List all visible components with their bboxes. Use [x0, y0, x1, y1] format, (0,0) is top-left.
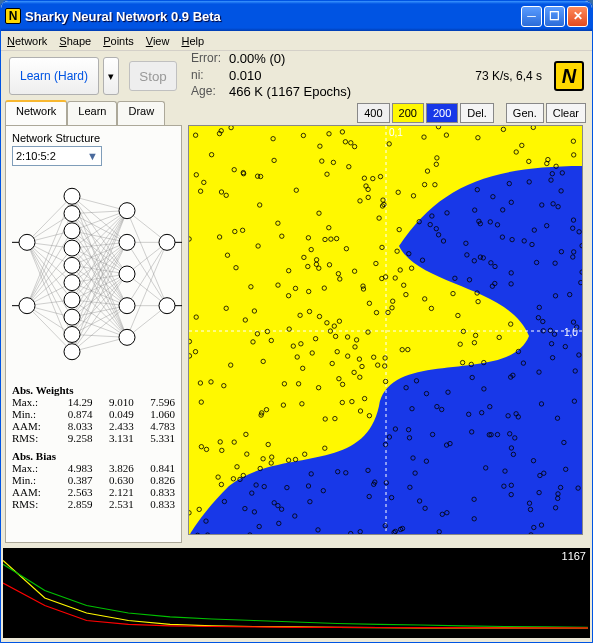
- svg-point-88: [64, 223, 80, 239]
- toolbar: Learn (Hard) ▾ Stop Error:0.00% (0) ni:0…: [1, 51, 592, 101]
- performance-text: 73 K/s, 6,4 s: [475, 69, 542, 83]
- structure-label: Network Structure: [12, 132, 175, 144]
- chevron-down-icon: ▾: [108, 70, 114, 83]
- tab-network[interactable]: Network: [5, 100, 67, 125]
- svg-line-20: [72, 196, 127, 210]
- network-diagram: [12, 174, 182, 374]
- stop-button[interactable]: Stop: [129, 61, 177, 91]
- svg-point-278: [195, 533, 199, 535]
- abs-bias-header: Abs. Bias: [12, 450, 175, 462]
- svg-point-90: [64, 257, 80, 273]
- logo-icon: N: [554, 61, 584, 91]
- visualization-canvas[interactable]: 0,11,0: [188, 125, 583, 535]
- learn-dropdown-button[interactable]: ▾: [103, 57, 119, 95]
- svg-line-50: [72, 211, 127, 300]
- svg-line-52: [72, 274, 127, 300]
- right-panel: 400 200 200 Del. Gen. Clear 0,11,0: [186, 101, 592, 546]
- left-panel: Network Learn Draw Network Structure 2:1…: [1, 101, 186, 546]
- svg-line-57: [72, 274, 127, 317]
- viz-toolbar: 400 200 200 Del. Gen. Clear: [186, 101, 592, 125]
- svg-point-89: [64, 240, 80, 256]
- svg-point-92: [64, 292, 80, 308]
- app-icon: N: [5, 8, 21, 24]
- svg-point-91: [64, 275, 80, 291]
- svg-line-32: [72, 231, 127, 274]
- svg-point-101: [159, 234, 175, 250]
- weights-table: Abs. Weights Max.:14.299.0107.596 Min.:0…: [12, 384, 175, 510]
- points-200-blue-button[interactable]: 200: [426, 103, 458, 123]
- svg-point-97: [119, 234, 135, 250]
- menu-network[interactable]: Network: [7, 35, 47, 47]
- svg-point-98: [119, 266, 135, 282]
- error-chart: 1167: [3, 548, 590, 638]
- tab-draw[interactable]: Draw: [117, 101, 165, 125]
- svg-point-100: [119, 329, 135, 345]
- chevron-down-icon: ▼: [87, 150, 98, 162]
- error-label: Error:: [191, 51, 229, 68]
- svg-text:1,0: 1,0: [564, 327, 578, 338]
- svg-text:0,1: 0,1: [389, 127, 403, 138]
- svg-point-86: [64, 188, 80, 204]
- abs-weights-header: Abs. Weights: [12, 384, 175, 396]
- structure-select[interactable]: 2:10:5:2 ▼: [12, 146, 102, 166]
- structure-value: 2:10:5:2: [16, 150, 56, 162]
- error-value: 0.00% (0): [229, 51, 285, 68]
- svg-point-95: [64, 344, 80, 360]
- tab-learn[interactable]: Learn: [67, 101, 117, 125]
- svg-point-85: [19, 298, 35, 314]
- svg-point-99: [119, 298, 135, 314]
- ni-value: 0.010: [229, 68, 262, 85]
- points-400-button[interactable]: 400: [357, 103, 389, 123]
- window-title: Sharky Neural Network 0.9 Beta: [25, 9, 521, 24]
- maximize-button[interactable]: ☐: [544, 6, 565, 27]
- svg-point-102: [159, 298, 175, 314]
- svg-point-96: [119, 203, 135, 219]
- epoch-count: 1167: [562, 550, 586, 562]
- training-stats: Error:0.00% (0) ni:0.010 Age:466 K (1167…: [191, 51, 351, 102]
- age-label: Age:: [191, 84, 229, 101]
- age-value: 466 K (1167 Epochs): [229, 84, 351, 101]
- menu-view[interactable]: View: [146, 35, 170, 47]
- svg-line-28: [72, 214, 127, 306]
- svg-point-93: [64, 309, 80, 325]
- learn-button[interactable]: Learn (Hard): [9, 57, 99, 95]
- svg-point-84: [19, 234, 35, 250]
- svg-line-37: [72, 248, 127, 274]
- svg-point-87: [64, 206, 80, 222]
- menu-shape[interactable]: Shape: [59, 35, 91, 47]
- menu-help[interactable]: Help: [181, 35, 204, 47]
- generate-button[interactable]: Gen.: [506, 103, 544, 123]
- points-200-yellow-button[interactable]: 200: [392, 103, 424, 123]
- svg-line-78: [127, 242, 167, 337]
- ni-label: ni:: [191, 68, 229, 85]
- close-button[interactable]: ✕: [567, 6, 588, 27]
- svg-line-39: [72, 248, 127, 337]
- delete-button[interactable]: Del.: [460, 103, 494, 123]
- menu-points[interactable]: Points: [103, 35, 134, 47]
- minimize-button[interactable]: ─: [521, 6, 542, 27]
- clear-button[interactable]: Clear: [546, 103, 586, 123]
- svg-line-61: [72, 242, 127, 334]
- titlebar[interactable]: N Sharky Neural Network 0.9 Beta ─ ☐ ✕: [1, 1, 592, 31]
- menubar: Network Shape Points View Help: [1, 31, 592, 51]
- svg-point-94: [64, 326, 80, 342]
- svg-line-69: [72, 337, 127, 351]
